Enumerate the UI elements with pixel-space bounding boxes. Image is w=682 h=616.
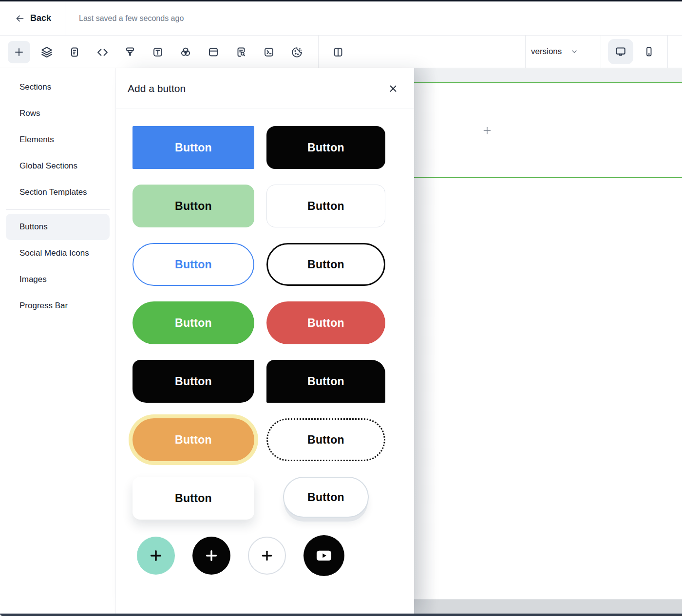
canvas-bottom-strip xyxy=(414,599,682,614)
sidebar-item-elements[interactable]: Elements xyxy=(0,127,115,153)
button-template-black-outline-pill[interactable]: Button xyxy=(266,243,385,286)
mobile-view-button[interactable] xyxy=(636,39,662,64)
document-lines-icon xyxy=(69,46,80,58)
versions-label: versions xyxy=(531,47,562,56)
icon-button-youtube[interactable] xyxy=(303,535,344,576)
terminal-tool-button[interactable] xyxy=(258,41,280,63)
youtube-icon xyxy=(315,548,333,563)
close-icon xyxy=(388,83,398,94)
split-view-tool-button[interactable] xyxy=(327,41,349,63)
button-template-dotted-pill[interactable]: Button xyxy=(266,418,385,461)
back-button[interactable]: Back xyxy=(0,1,65,35)
desktop-view-button[interactable] xyxy=(608,39,633,64)
browser-card-icon xyxy=(208,46,219,58)
sidebar-item-buttons[interactable]: Buttons xyxy=(6,214,110,240)
canvas-add-button[interactable] xyxy=(482,126,492,135)
terminal-icon xyxy=(263,46,275,58)
brush-tool-button[interactable] xyxy=(119,41,141,63)
sidebar-item-sections[interactable]: Sections xyxy=(0,74,115,100)
button-template-lightgreen-rounded[interactable]: Button xyxy=(133,185,254,227)
sidebar-item-global-sections[interactable]: Global Sections xyxy=(0,153,115,179)
chevron-down-icon xyxy=(570,48,578,56)
plus-icon xyxy=(260,548,274,563)
sidebar-item-images[interactable]: Images xyxy=(0,266,115,293)
add-button-panel: Add a button Button Button Button Button… xyxy=(116,68,414,614)
header-divider xyxy=(65,1,65,35)
columns-icon xyxy=(332,46,344,58)
button-template-red-pill[interactable]: Button xyxy=(266,301,385,344)
button-template-black-mixed-corners-right[interactable]: Button xyxy=(266,360,385,403)
plus-icon xyxy=(148,548,164,563)
plus-icon xyxy=(13,46,25,58)
back-label: Back xyxy=(30,13,51,23)
monitor-icon xyxy=(614,45,627,58)
arrow-left-icon xyxy=(15,13,25,24)
icon-button-white-plus[interactable] xyxy=(248,537,286,575)
toolbar-divider-2 xyxy=(525,36,526,68)
button-template-black-rounded[interactable]: Button xyxy=(266,126,385,169)
cookie-icon xyxy=(291,46,303,58)
plus-icon xyxy=(204,548,219,563)
button-template-orange-glow-pill[interactable]: Button xyxy=(133,418,254,461)
saved-status: Last saved a few seconds ago xyxy=(79,14,184,23)
sidebar-item-section-templates[interactable]: Section Templates xyxy=(0,179,115,205)
window-bottom-edge xyxy=(0,614,682,616)
toolbar-divider-1 xyxy=(318,36,319,68)
versions-dropdown[interactable]: versions xyxy=(531,36,578,68)
smartphone-icon xyxy=(643,46,655,57)
panel-close-button[interactable] xyxy=(386,81,400,96)
button-template-green-pill[interactable]: Button xyxy=(133,301,254,344)
button-template-white-3d-pill[interactable]: Button xyxy=(283,477,369,518)
button-template-blue-outline-pill[interactable]: Button xyxy=(133,243,254,286)
sidebar-item-social-media-icons[interactable]: Social Media Icons xyxy=(0,240,115,266)
sidebar-item-rows[interactable]: Rows xyxy=(0,100,115,127)
toolbar-divider-3 xyxy=(601,36,601,68)
code-tool-button[interactable] xyxy=(91,41,114,63)
card-tool-button[interactable] xyxy=(202,41,225,63)
plus-icon xyxy=(482,126,492,135)
app-window: Back Last saved a few seconds ago xyxy=(0,0,682,616)
file-search-icon xyxy=(235,46,247,58)
file-search-tool-button[interactable] xyxy=(230,41,252,63)
toolbar: versions xyxy=(0,35,682,68)
colors-tool-button[interactable] xyxy=(174,41,197,63)
button-template-white-shadow[interactable]: Button xyxy=(133,477,254,520)
overlapping-circles-icon xyxy=(179,46,192,58)
toolbar-divider-4 xyxy=(667,36,668,68)
button-template-blue-square[interactable]: Button xyxy=(133,126,254,169)
sidebar: Sections Rows Elements Global Sections S… xyxy=(0,68,116,614)
panel-cast-shadow xyxy=(414,68,436,614)
add-tool-button[interactable] xyxy=(8,41,30,63)
document-tool-button[interactable] xyxy=(63,41,86,63)
layers-icon xyxy=(40,46,53,58)
panel-title: Add a button xyxy=(128,83,186,94)
header-bar: Back Last saved a few seconds ago xyxy=(0,1,682,35)
sidebar-item-progress-bar[interactable]: Progress Bar xyxy=(0,293,115,319)
sidebar-divider xyxy=(6,209,110,210)
layers-tool-button[interactable] xyxy=(36,41,58,63)
window-top-edge xyxy=(0,0,682,1)
icon-button-teal-plus[interactable] xyxy=(137,537,175,575)
panel-header: Add a button xyxy=(116,68,414,109)
button-template-white-outline-rounded[interactable]: Button xyxy=(266,185,385,227)
button-template-black-mixed-corners-left[interactable]: Button xyxy=(133,360,254,403)
paintbrush-icon xyxy=(124,46,136,58)
text-tool-button[interactable] xyxy=(147,41,169,63)
cookie-tool-button[interactable] xyxy=(285,41,308,63)
icon-button-row xyxy=(137,535,385,576)
icon-button-black-plus[interactable] xyxy=(192,537,230,575)
text-icon xyxy=(152,46,164,58)
button-template-grid: Button Button Button Button Button Butto… xyxy=(133,126,385,576)
code-icon xyxy=(96,46,109,58)
